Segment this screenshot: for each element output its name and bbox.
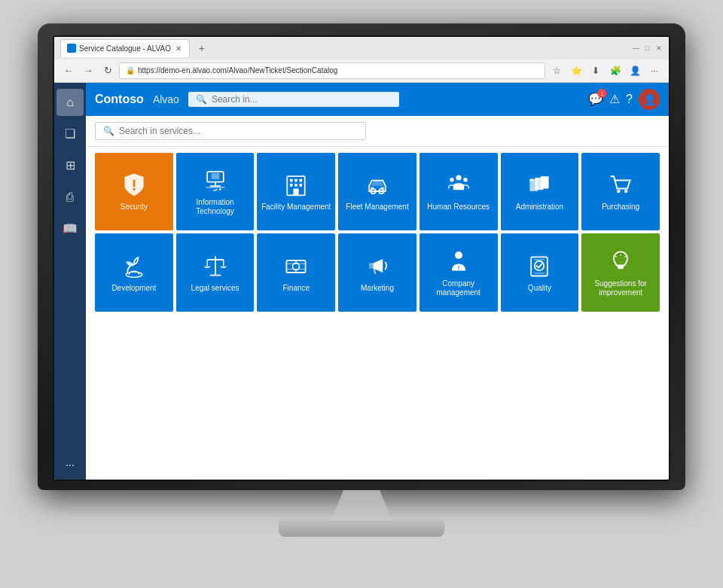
- tile-quality[interactable]: Quality: [501, 233, 579, 312]
- refresh-button[interactable]: ↻: [99, 62, 116, 79]
- header-search-input[interactable]: [212, 94, 392, 105]
- sidebar-item-home[interactable]: ⌂: [56, 89, 84, 116]
- tile-finance[interactable]: Finance: [257, 233, 335, 312]
- tab-close-button[interactable]: ✕: [174, 44, 183, 53]
- tile-legal[interactable]: Legal services: [176, 233, 255, 312]
- car-icon: [364, 171, 391, 198]
- monitor-bezel: Service Catalogue - ALVAO ✕ + — □ ✕ ← → …: [38, 23, 685, 490]
- sidebar-item-print[interactable]: ⎙: [56, 184, 84, 211]
- tile-purchasing-label: Purchasing: [602, 203, 639, 212]
- collections-icon[interactable]: ⭐: [568, 62, 584, 79]
- plant-hand-icon: [120, 252, 148, 279]
- sidebar-more-button[interactable]: ···: [56, 453, 84, 476]
- svg-rect-47: [618, 267, 624, 269]
- tile-development[interactable]: Development: [95, 233, 173, 312]
- tile-marketing-label: Marketing: [361, 284, 394, 293]
- tile-facility[interactable]: Facility Management: [257, 153, 335, 231]
- shield-exclamation-icon: [120, 171, 148, 198]
- service-search-input[interactable]: [119, 126, 358, 136]
- new-tab-button[interactable]: +: [193, 39, 211, 57]
- header-icons-right: 💬 1 ⚠ ? 👤: [588, 89, 660, 110]
- people-icon: [445, 171, 472, 198]
- tile-company[interactable]: Company management: [419, 233, 498, 312]
- folders-icon: [526, 171, 553, 198]
- monitor-stand-neck: [331, 490, 392, 520]
- bookmark-star-icon[interactable]: ☆: [548, 62, 565, 79]
- svg-rect-46: [618, 265, 624, 267]
- tile-fleet-label: Fleet Management: [346, 203, 408, 212]
- tile-security-label: Security: [120, 203, 148, 212]
- profile-icon[interactable]: 👤: [627, 62, 643, 79]
- user-avatar[interactable]: 👤: [639, 89, 660, 110]
- svg-point-41: [455, 251, 462, 259]
- browser-chrome: Service Catalogue - ALVAO ✕ + — □ ✕ ← → …: [54, 37, 669, 83]
- building-icon: [282, 171, 310, 198]
- tile-quality-label: Quality: [528, 284, 551, 293]
- svg-rect-11: [300, 179, 303, 182]
- svg-rect-18: [371, 187, 374, 190]
- sidebar-item-book[interactable]: 📖: [56, 215, 84, 242]
- extensions-icon[interactable]: 🧩: [607, 62, 624, 79]
- app-container: ⌂ ❏ ⊞ ⎙ 📖 ··· Contoso Alvao 🔍: [54, 83, 669, 480]
- monitor: Service Catalogue - ALVAO ✕ + — □ ✕ ← → …: [38, 23, 685, 565]
- window-controls: — □ ✕: [632, 44, 663, 52]
- close-button[interactable]: ✕: [654, 44, 663, 52]
- minimize-button[interactable]: —: [632, 44, 640, 52]
- service-search-icon: 🔍: [103, 126, 114, 136]
- service-search[interactable]: 🔍: [95, 122, 366, 140]
- brand-subtitle: Alvao: [153, 93, 179, 105]
- person-tie-icon: [445, 248, 472, 275]
- svg-point-7: [219, 189, 221, 191]
- back-button[interactable]: ←: [60, 62, 77, 79]
- tile-hr-label: Human Resources: [427, 203, 490, 212]
- svg-rect-19: [380, 187, 384, 190]
- browser-title-bar: Service Catalogue - ALVAO ✕ + — □ ✕: [54, 37, 669, 59]
- svg-point-20: [456, 175, 461, 181]
- svg-rect-5: [209, 186, 220, 187]
- address-bar[interactable]: 🔒 https://demo-en.alvao.com/Alvao/NewTic…: [119, 62, 545, 79]
- tile-security[interactable]: Security: [95, 153, 173, 231]
- svg-rect-10: [294, 179, 297, 182]
- alert-icon[interactable]: ⚠: [609, 92, 620, 106]
- settings-more-icon[interactable]: ···: [646, 62, 663, 79]
- tile-admin[interactable]: Administration: [501, 153, 579, 231]
- header-search-icon: 🔍: [196, 94, 207, 105]
- svg-rect-12: [290, 184, 293, 187]
- browser-nav-bar: ← → ↻ 🔒 https://demo-en.alvao.com/Alvao/…: [54, 59, 669, 82]
- sidebar-item-grid[interactable]: ⊞: [56, 152, 84, 179]
- svg-point-21: [450, 178, 453, 181]
- download-icon[interactable]: ⬇: [587, 62, 604, 79]
- computer-desk-icon: [202, 166, 229, 193]
- svg-point-28: [126, 272, 142, 277]
- header-search[interactable]: 🔍: [188, 92, 399, 107]
- tab-favicon: [67, 44, 76, 53]
- brand-logo: Contoso: [95, 93, 144, 106]
- svg-line-50: [625, 256, 626, 257]
- lightbulb-icon: [607, 248, 634, 275]
- notification-chat-icon[interactable]: 💬 1: [588, 92, 603, 106]
- svg-point-27: [624, 190, 628, 193]
- tile-facility-label: Facility Management: [261, 203, 331, 212]
- tile-marketing[interactable]: Marketing: [338, 233, 416, 312]
- tile-fleet[interactable]: Fleet Management: [338, 153, 416, 231]
- browser-tab[interactable]: Service Catalogue - ALVAO ✕: [60, 39, 190, 57]
- tile-company-label: Company management: [423, 279, 495, 297]
- tab-title: Service Catalogue - ALVAO: [79, 44, 171, 53]
- tile-finance-label: Finance: [282, 284, 310, 293]
- tile-purchasing[interactable]: Purchasing: [581, 153, 660, 231]
- tile-suggestions[interactable]: Suggestions for improvement: [581, 233, 660, 312]
- svg-rect-0: [133, 180, 135, 187]
- svg-rect-13: [294, 184, 297, 187]
- maximize-button[interactable]: □: [643, 44, 651, 52]
- nav-icons-right: ☆ ⭐ ⬇ 🧩 👤 ···: [548, 62, 663, 79]
- address-url: https://demo-en.alvao.com/Alvao/NewTicke…: [138, 66, 337, 75]
- svg-point-1: [133, 188, 135, 190]
- sidebar-item-copy[interactable]: ❏: [56, 120, 84, 148]
- tile-development-label: Development: [111, 284, 156, 293]
- tile-hr[interactable]: Human Resources: [419, 153, 498, 231]
- money-icon: [282, 252, 310, 279]
- tile-it[interactable]: Information Technology: [176, 153, 255, 231]
- help-icon[interactable]: ?: [626, 93, 633, 106]
- forward-button[interactable]: →: [80, 62, 96, 79]
- svg-point-26: [617, 190, 621, 193]
